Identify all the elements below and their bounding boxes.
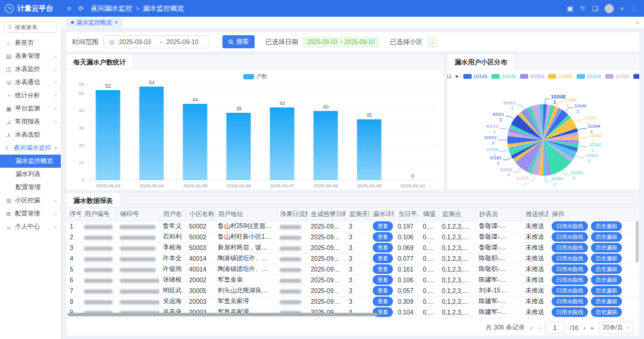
history-leak-button[interactable]: 历史漏损: [591, 307, 622, 317]
history-leak-button[interactable]: 历史漏损: [591, 243, 622, 252]
daily-water-curve-button[interactable]: 日用水曲线: [552, 286, 588, 295]
refresh-icon[interactable]: ⟳: [78, 5, 83, 13]
pie-legend-item-10368[interactable]: 10368: [548, 73, 572, 79]
daily-water-curve-button[interactable]: 日用水曲线: [552, 243, 588, 252]
pie-legend-item-10239[interactable]: 10239: [491, 73, 516, 79]
view-detail-button[interactable]: 查看: [373, 264, 393, 274]
breadcrumb-parent[interactable]: 夜间漏水监控: [91, 4, 132, 13]
bar-2025-09-08[interactable]: [314, 111, 338, 180]
date-start-input[interactable]: [119, 38, 156, 45]
cell-meter-reader: 陈敬职-: [475, 264, 522, 275]
sidebar-item-表务管理[interactable]: ▤表务管理∨: [0, 50, 61, 63]
sidebar-item-常用报表[interactable]: ⊿常用报表∨: [0, 115, 61, 128]
date-range-picker[interactable]: ▦ -: [103, 35, 209, 48]
legend-next-icon[interactable]: ▶: [456, 74, 459, 79]
daily-water-curve-button[interactable]: 日用水曲线: [552, 232, 588, 242]
legend-swatch-icon: [491, 74, 500, 79]
tab-leak-overview[interactable]: 漏水监控概览 ×: [66, 18, 123, 27]
cell-user-id: [80, 221, 116, 232]
sidebar-item-平台监测[interactable]: ▣平台监测∨: [0, 102, 61, 115]
sidebar-item-统计分析[interactable]: ◔统计分析∨: [0, 89, 61, 102]
sidebar-subitem-漏水列表[interactable]: 漏水列表: [0, 168, 61, 181]
next-page-button[interactable]: ›: [583, 324, 586, 331]
translate-icon[interactable]: Tr: [580, 5, 586, 12]
tab-close-icon[interactable]: ×: [114, 19, 118, 26]
sidebar-item-夜间漏水监控[interactable]: ☾夜间漏水监控∧: [0, 141, 61, 155]
x-axis-label: 2025-09-06: [217, 181, 261, 190]
sidebar-item-label: 常用报表: [15, 118, 40, 126]
horizontal-scrollbar[interactable]: [67, 313, 568, 316]
pie-legend-item-10355[interactable]: 10355: [520, 73, 544, 79]
view-detail-button[interactable]: 查看: [373, 297, 393, 306]
last-page-button[interactable]: »: [590, 324, 594, 331]
page-size-select[interactable]: 20条/页 ∨: [599, 322, 633, 334]
fullscreen-icon[interactable]: ❏: [592, 5, 598, 13]
bar-2025-09-09[interactable]: [357, 119, 382, 180]
sidebar-collapse-icon[interactable]: ≡: [67, 5, 71, 12]
menu-search[interactable]: [4, 21, 57, 33]
bar-chart-legend[interactable]: 户数: [66, 72, 444, 81]
redacted-user-id: [84, 225, 113, 229]
sidebar-item-水表监控[interactable]: ◫水表监控∨: [0, 63, 61, 76]
user-dropdown-icon[interactable]: ∨: [620, 6, 624, 11]
cell-address: 军垦金泉: [214, 275, 276, 285]
cell-alarm-date: 2025-09-03: [307, 296, 345, 307]
bar-2025-09-06[interactable]: [227, 113, 251, 180]
cell-community: 50002: [185, 221, 214, 232]
history-leak-button[interactable]: 历史漏损: [591, 275, 622, 285]
sidebar-subitem-配置管理[interactable]: 配置管理: [0, 181, 61, 194]
view-detail-button[interactable]: 查看: [373, 232, 393, 242]
sidebar-item-水表选型[interactable]: ⅄水表选型: [0, 128, 61, 141]
prev-page-button[interactable]: ‹: [538, 324, 540, 331]
sidebar-item-水表通信[interactable]: ☏水表通信∨: [0, 76, 61, 89]
history-leak-button[interactable]: 历史漏损: [591, 254, 622, 263]
sidebar-subitem-漏水监控概览[interactable]: 漏水监控概览: [0, 155, 61, 168]
history-leak-button[interactable]: 历史漏损: [591, 297, 622, 306]
cell-net-flow: [276, 253, 307, 264]
selected-date-tag: 2025-09-03 ~ 2025-09-10: [303, 37, 379, 47]
pie-legend-item-10365[interactable]: 10365: [605, 73, 630, 79]
sidebar-item-新首页[interactable]: ⌂新首页: [0, 36, 61, 50]
sidebar-item-个人中心[interactable]: ☺个人中心∨: [0, 220, 61, 233]
more-menu-icon[interactable]: ⋮: [630, 5, 637, 13]
menu-icon: ▣: [5, 106, 12, 112]
pie-label-line: [530, 175, 535, 180]
col-header-监测天数: 监测天数: [345, 208, 369, 221]
daily-water-curve-button[interactable]: 日用水曲线: [552, 297, 588, 306]
vertical-scrollbar[interactable]: [636, 221, 639, 310]
screenshot-icon[interactable]: ▣: [567, 5, 573, 13]
history-leak-button[interactable]: 历史漏损: [591, 221, 622, 231]
search-button[interactable]: 搜索: [222, 35, 255, 48]
daily-water-curve-button[interactable]: 日用水曲线: [552, 264, 588, 274]
filter-bar: 时间范围 ▦ - 搜索 已选择日期 2025-09-03 ~ 2025-09-1…: [66, 32, 639, 51]
date-end-input[interactable]: [166, 38, 203, 45]
pie-legend-item-103[interactable]: 103: [633, 73, 639, 79]
time-range-label: 时间范围: [72, 38, 98, 47]
view-detail-button[interactable]: 查看: [373, 254, 393, 263]
view-detail-button[interactable]: 查看: [373, 275, 393, 285]
menu-search-input[interactable]: [15, 24, 51, 30]
selected-date-label: 已选择日期: [265, 38, 298, 47]
bar-2025-09-07[interactable]: [270, 107, 295, 180]
daily-water-curve-button[interactable]: 日用水曲线: [552, 275, 588, 285]
view-detail-button[interactable]: 查看: [373, 221, 393, 231]
tabbar-chevron-down-icon[interactable]: ∨: [636, 20, 639, 25]
bar-2025-09-03[interactable]: [96, 90, 120, 180]
sidebar-item-配置管理[interactable]: ⚙配置管理∨: [0, 207, 61, 220]
history-leak-button[interactable]: 历史漏损: [591, 286, 622, 295]
pie-legend-item-10348[interactable]: 10348: [463, 73, 488, 79]
pie-label-50002: 500022: [485, 135, 497, 146]
daily-water-curve-button[interactable]: 日用水曲线: [552, 254, 588, 263]
view-detail-button[interactable]: 查看: [373, 286, 393, 295]
bar-2025-09-05[interactable]: [183, 104, 208, 180]
history-leak-button[interactable]: 历史漏损: [591, 232, 622, 242]
pie-legend-item-10324[interactable]: 10324: [577, 73, 601, 79]
history-leak-button[interactable]: 历史漏损: [591, 264, 622, 274]
user-avatar[interactable]: [605, 4, 614, 13]
daily-water-curve-button[interactable]: 日用水曲线: [552, 221, 588, 231]
first-page-button[interactable]: «: [530, 324, 533, 331]
view-detail-button[interactable]: 查看: [373, 243, 393, 252]
page-number-input[interactable]: [545, 322, 565, 334]
sidebar-item-小区控漏[interactable]: ⊞小区控漏∨: [0, 194, 61, 207]
bar-2025-09-04[interactable]: [140, 87, 164, 180]
